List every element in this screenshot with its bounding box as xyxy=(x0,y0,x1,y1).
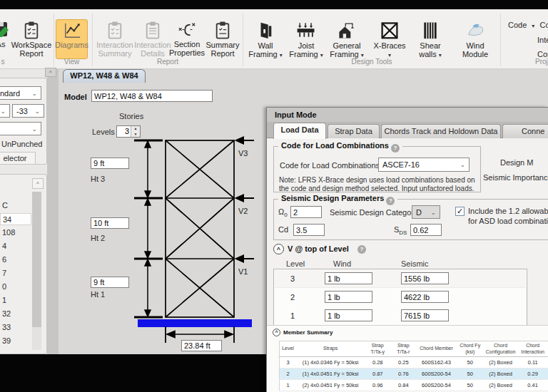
chevron-down-icon: ⌄ xyxy=(0,108,6,115)
ribbon-separator xyxy=(500,14,501,66)
v-level-value: 3 xyxy=(285,274,300,283)
ribbon-group-design-tools-label: Design Tools xyxy=(248,58,495,66)
info-icon[interactable]: ? xyxy=(357,245,366,254)
application-window: As WorkSpace Report s Diagrams View xyxy=(0,0,548,392)
seismic-importance-label: Seismic Importance Fa xyxy=(483,173,548,182)
code-combinations-select[interactable]: ASCE7-16 ⌄ xyxy=(378,158,470,172)
list-item[interactable]: C xyxy=(0,200,31,212)
tab-strap-data[interactable]: Strap Data xyxy=(328,124,380,138)
info-icon[interactable]: ? xyxy=(391,144,400,153)
list-item[interactable]: 1 xyxy=(0,294,31,306)
tab-connection[interactable]: Conne xyxy=(502,124,548,138)
document-tab[interactable]: WP12, W48 & W84 xyxy=(63,69,146,83)
punch-dropdown[interactable]: ⌄ xyxy=(0,122,41,135)
general-framing-button[interactable]: General Framing ▾ xyxy=(327,19,367,59)
interaction-truncated-label: Inte xyxy=(537,36,548,44)
summary-report-button[interactable]: Summary Report xyxy=(206,19,240,59)
chevron-down-icon: ⌄ xyxy=(31,90,37,97)
offset-dropdown[interactable]: -33 ⌄ xyxy=(12,104,44,118)
load-v1-label: V1 xyxy=(238,267,248,276)
chevron-down-icon: ⌄ xyxy=(460,161,465,168)
input-mode-tabstrip: Load Data Strap Data Chords Track and Ho… xyxy=(267,122,548,138)
wind-load-input[interactable] xyxy=(325,291,372,303)
list-item[interactable]: 0 xyxy=(0,281,31,293)
seismic-group-title: Seismic Design Parameters ? xyxy=(278,194,397,205)
v-section-collapse-button[interactable]: ^ xyxy=(273,244,284,254)
interaction-details-icon xyxy=(144,21,161,40)
seismic-category-select[interactable]: D ⌄ xyxy=(412,205,440,219)
v-table-row: 3 xyxy=(275,270,526,288)
dropdown-caret-icon: ▾ xyxy=(532,23,534,29)
bay-width-input[interactable] xyxy=(181,340,222,351)
height-2-input[interactable] xyxy=(91,217,129,229)
wind-module-icon xyxy=(464,21,487,41)
height-1-input[interactable] xyxy=(91,277,129,288)
save-as-icon xyxy=(0,21,10,39)
list-item[interactable]: 7 xyxy=(0,267,31,279)
list-item[interactable]: 4 xyxy=(0,240,31,252)
seismic-load-input[interactable] xyxy=(401,291,449,303)
window-top-bar xyxy=(0,0,548,9)
omega-input[interactable] xyxy=(290,206,322,218)
diagrams-icon xyxy=(62,21,82,40)
diagrams-button[interactable]: Diagrams xyxy=(56,19,88,59)
list-scrollbar-thumb[interactable] xyxy=(32,192,41,327)
info-icon[interactable]: ? xyxy=(386,197,395,205)
wind-module-button[interactable]: Wind Module xyxy=(455,19,495,59)
wall-framing-button[interactable]: Wall Framing ▾ xyxy=(248,19,283,59)
base-beam xyxy=(138,319,252,327)
selector-button[interactable]: elector xyxy=(0,152,36,165)
wind-load-input[interactable] xyxy=(325,272,372,284)
list-item[interactable]: 39 xyxy=(0,335,31,347)
small-dropdown[interactable]: ⌄ xyxy=(0,104,10,118)
member-summary-row-selected[interactable]: 2 (1) 4x0.0451 Fy = 50ksi 0.87 0.76 600S… xyxy=(280,368,548,380)
collapse-tabstrip-button[interactable]: ^ xyxy=(45,68,56,77)
list-item[interactable]: 33 xyxy=(0,321,31,334)
model-name-input[interactable] xyxy=(91,90,213,102)
list-item[interactable]: 32 xyxy=(0,308,31,320)
height-3-label: Ht 3 xyxy=(91,175,105,183)
ribbon-group-project-label: Proj xyxy=(535,58,548,66)
workspace-report-button[interactable]: WorkSpace Report xyxy=(11,19,51,59)
seismic-load-input[interactable] xyxy=(401,272,449,284)
panel-divider xyxy=(47,69,59,354)
ribbon-toolbar: As WorkSpace Report s Diagrams View xyxy=(0,9,548,69)
list-scroll-up-button[interactable]: ^ xyxy=(32,178,44,189)
joist-framing-icon xyxy=(295,21,317,41)
list-item[interactable]: 6 xyxy=(0,254,31,266)
list-item-selected[interactable]: 34 xyxy=(0,213,31,225)
sds-input[interactable] xyxy=(410,224,442,236)
stepper-up-icon[interactable]: ▲ xyxy=(131,126,140,132)
shear-walls-button[interactable]: Shear walls ▾ xyxy=(412,19,448,59)
code-dropdown[interactable]: Code ▾ Col xyxy=(508,21,548,29)
member-summary-row[interactable]: 1 (2) 4x0.0451 Fy = 50ksi 0.96 0.84 600S… xyxy=(280,380,548,391)
ribbon-separator xyxy=(243,14,243,66)
v-level-value: 2 xyxy=(285,293,300,301)
member-summary-collapse-button[interactable]: ^ xyxy=(273,329,280,336)
ribbon-separator xyxy=(92,14,93,66)
tab-load-data[interactable]: Load Data xyxy=(273,123,326,139)
interaction-summary-icon xyxy=(106,21,123,40)
unpunched-label: UnPunched xyxy=(1,140,43,148)
interaction-summary-button: Interaction Summary xyxy=(96,19,134,59)
height-1-label: Ht 1 xyxy=(91,290,105,299)
joist-framing-button[interactable]: Joist Framing ▾ xyxy=(288,19,324,59)
member-summary-row[interactable]: 3 (1) 4x0.0346 Fy = 50ksi 0.28 0.25 600S… xyxy=(280,357,548,368)
member-summary-table: Level Straps Strap T/Ta-y Strap T/Ta-r C… xyxy=(279,341,548,391)
height-3-input[interactable] xyxy=(91,158,129,169)
save-as-button[interactable]: As xyxy=(0,19,11,59)
stories-label: Stories xyxy=(119,112,143,120)
workspace-report-icon xyxy=(23,21,40,40)
list-item[interactable]: 108 xyxy=(0,227,31,239)
allowable-stress-checkbox[interactable]: ✓ xyxy=(455,207,465,216)
v-section-title: V @ top of Level xyxy=(288,244,349,253)
wall-framing-icon xyxy=(255,21,275,41)
tab-chords-track-holdown[interactable]: Chords Track and Holdown Data xyxy=(381,124,501,138)
omega-label: Ω0 xyxy=(278,207,288,218)
wind-load-input[interactable] xyxy=(325,309,372,321)
section-properties-button[interactable]: Section Properties xyxy=(168,19,206,59)
cd-input[interactable] xyxy=(293,224,325,236)
x-braces-button[interactable]: X-Braces ▾ xyxy=(371,19,408,59)
seismic-load-input[interactable] xyxy=(401,309,449,321)
standard-dropdown[interactable]: ndard ⌄ xyxy=(0,86,41,100)
